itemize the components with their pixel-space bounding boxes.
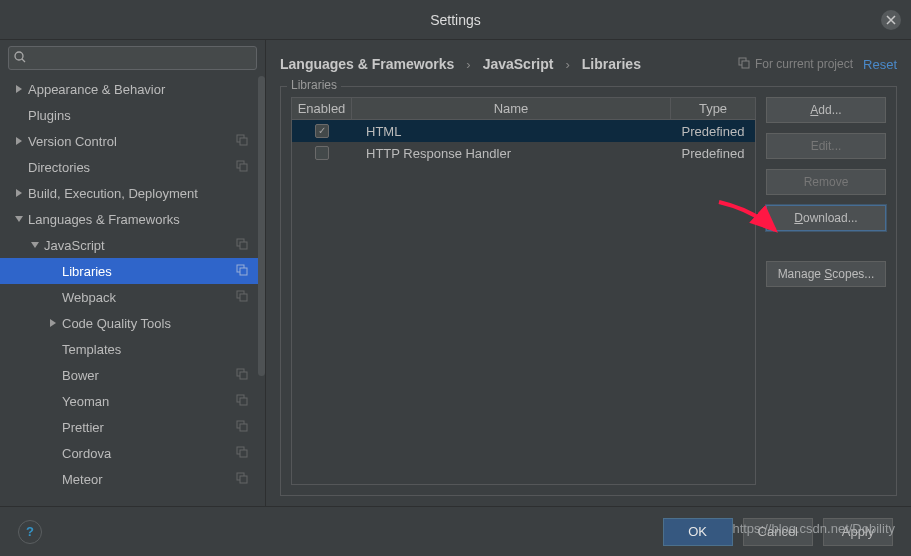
tree-item-label: Code Quality Tools bbox=[62, 316, 258, 331]
search-input[interactable] bbox=[8, 46, 257, 70]
col-name[interactable]: Name bbox=[352, 98, 671, 119]
apply-button[interactable]: Apply bbox=[823, 518, 893, 546]
svg-rect-10 bbox=[240, 294, 247, 301]
tree-item-label: Build, Execution, Deployment bbox=[28, 186, 258, 201]
tree-item-directories[interactable]: Directories bbox=[0, 154, 258, 180]
tree-item-label: Appearance & Behavior bbox=[28, 82, 258, 97]
chevron-right-icon bbox=[14, 85, 24, 93]
copy-icon bbox=[236, 238, 248, 253]
copy-icon bbox=[236, 420, 248, 435]
tree-item-meteor[interactable]: Meteor bbox=[0, 466, 258, 492]
svg-point-0 bbox=[15, 52, 23, 60]
table-row[interactable]: HTTP Response HandlerPredefined bbox=[292, 142, 755, 164]
download-button[interactable]: Download... bbox=[766, 205, 886, 231]
titlebar: Settings bbox=[0, 0, 911, 40]
svg-rect-8 bbox=[240, 268, 247, 275]
svg-rect-4 bbox=[240, 164, 247, 171]
edit-button[interactable]: Edit... bbox=[766, 133, 886, 159]
svg-rect-6 bbox=[240, 242, 247, 249]
libraries-table: Enabled Name Type HTMLPredefinedHTTP Res… bbox=[291, 97, 756, 485]
tree-item-javascript[interactable]: JavaScript bbox=[0, 232, 258, 258]
tree-item-build-execution-deployment[interactable]: Build, Execution, Deployment bbox=[0, 180, 258, 206]
tree-item-bower[interactable]: Bower bbox=[0, 362, 258, 388]
tree-item-appearance-behavior[interactable]: Appearance & Behavior bbox=[0, 76, 258, 102]
tree-item-code-quality-tools[interactable]: Code Quality Tools bbox=[0, 310, 258, 336]
table-row[interactable]: HTMLPredefined bbox=[292, 120, 755, 142]
tree-item-label: Prettier bbox=[62, 420, 258, 435]
chevron-down-icon bbox=[30, 241, 40, 249]
cell-name: HTML bbox=[352, 124, 671, 139]
close-icon bbox=[886, 15, 896, 25]
tree-item-prettier[interactable]: Prettier bbox=[0, 414, 258, 440]
chevron-right-icon: › bbox=[565, 57, 569, 72]
tree-item-version-control[interactable]: Version Control bbox=[0, 128, 258, 154]
chevron-right-icon: › bbox=[466, 57, 470, 72]
breadcrumb: Languages & Frameworks › JavaScript › Li… bbox=[280, 56, 728, 72]
scrollbar[interactable] bbox=[258, 76, 265, 376]
col-type[interactable]: Type bbox=[671, 98, 755, 119]
copy-icon bbox=[236, 394, 248, 409]
tree-item-label: Languages & Frameworks bbox=[28, 212, 258, 227]
svg-rect-16 bbox=[240, 424, 247, 431]
tree-item-label: Bower bbox=[62, 368, 258, 383]
ok-button[interactable]: OK bbox=[663, 518, 733, 546]
tree-item-libraries[interactable]: Libraries bbox=[0, 258, 258, 284]
libraries-group: Libraries Enabled Name Type HTMLPredefin… bbox=[280, 86, 897, 496]
copy-icon bbox=[236, 290, 248, 305]
manage-scopes-button[interactable]: Manage Scopes... bbox=[766, 261, 886, 287]
tree-item-label: Webpack bbox=[62, 290, 258, 305]
tree-item-label: JavaScript bbox=[44, 238, 258, 253]
dialog-footer: ? OK Cancel Apply bbox=[0, 506, 911, 556]
svg-rect-20 bbox=[240, 476, 247, 483]
copy-icon bbox=[236, 446, 248, 461]
tree-item-yeoman[interactable]: Yeoman bbox=[0, 388, 258, 414]
tree-item-plugins[interactable]: Plugins bbox=[0, 102, 258, 128]
svg-rect-18 bbox=[240, 450, 247, 457]
enabled-checkbox[interactable] bbox=[315, 146, 329, 160]
tree-item-label: Yeoman bbox=[62, 394, 258, 409]
copy-icon bbox=[738, 57, 750, 72]
svg-rect-14 bbox=[240, 398, 247, 405]
tree-item-label: Templates bbox=[62, 342, 258, 357]
search-box bbox=[8, 46, 257, 70]
help-button[interactable]: ? bbox=[18, 520, 42, 544]
copy-icon bbox=[236, 134, 248, 149]
settings-tree: Appearance & BehaviorPluginsVersion Cont… bbox=[0, 76, 265, 506]
content-panel: Languages & Frameworks › JavaScript › Li… bbox=[266, 40, 911, 506]
sidebar: Appearance & BehaviorPluginsVersion Cont… bbox=[0, 40, 266, 506]
crumb-0[interactable]: Languages & Frameworks bbox=[280, 56, 454, 72]
window-title: Settings bbox=[430, 12, 481, 28]
tree-item-label: Plugins bbox=[28, 108, 258, 123]
chevron-right-icon bbox=[48, 319, 58, 327]
cell-type: Predefined bbox=[671, 124, 755, 139]
crumb-2[interactable]: Libraries bbox=[582, 56, 641, 72]
scope-hint: For current project bbox=[738, 57, 853, 72]
svg-rect-12 bbox=[240, 372, 247, 379]
group-label: Libraries bbox=[287, 78, 341, 92]
close-button[interactable] bbox=[881, 10, 901, 30]
tree-item-templates[interactable]: Templates bbox=[0, 336, 258, 362]
copy-icon bbox=[236, 472, 248, 487]
tree-item-label: Cordova bbox=[62, 446, 258, 461]
remove-button[interactable]: Remove bbox=[766, 169, 886, 195]
chevron-right-icon bbox=[14, 189, 24, 197]
crumb-1[interactable]: JavaScript bbox=[483, 56, 554, 72]
enabled-checkbox[interactable] bbox=[315, 124, 329, 138]
search-icon bbox=[13, 50, 27, 67]
tree-item-cordova[interactable]: Cordova bbox=[0, 440, 258, 466]
reset-link[interactable]: Reset bbox=[863, 57, 897, 72]
copy-icon bbox=[236, 368, 248, 383]
cell-name: HTTP Response Handler bbox=[352, 146, 671, 161]
tree-item-languages-frameworks[interactable]: Languages & Frameworks bbox=[0, 206, 258, 232]
add-button[interactable]: Add... bbox=[766, 97, 886, 123]
chevron-right-icon bbox=[14, 137, 24, 145]
tree-item-label: Version Control bbox=[28, 134, 258, 149]
svg-rect-22 bbox=[742, 61, 749, 68]
cancel-button[interactable]: Cancel bbox=[743, 518, 813, 546]
col-enabled[interactable]: Enabled bbox=[292, 98, 352, 119]
cell-type: Predefined bbox=[671, 146, 755, 161]
tree-item-webpack[interactable]: Webpack bbox=[0, 284, 258, 310]
copy-icon bbox=[236, 264, 248, 279]
help-icon: ? bbox=[26, 524, 34, 539]
tree-item-label: Directories bbox=[28, 160, 258, 175]
